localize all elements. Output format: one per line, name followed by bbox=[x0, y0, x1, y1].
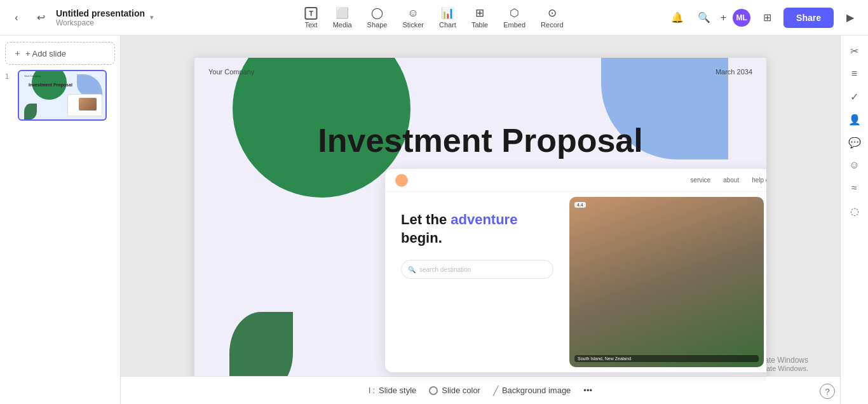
notifications-button[interactable]: 🔔 bbox=[667, 8, 688, 28]
toolbar-chart-label: Chart bbox=[439, 21, 456, 29]
help-button[interactable]: ? bbox=[820, 384, 835, 399]
main-photo-card: 4.4 South Island, New Zealand bbox=[569, 197, 764, 367]
rt-person-button[interactable]: 👤 bbox=[844, 109, 865, 130]
title-block: Untitled presentation Workspace bbox=[56, 8, 145, 27]
toolbar-sticker[interactable]: ☺ Sticker bbox=[396, 3, 430, 32]
add-slide-label: + Add slide bbox=[25, 49, 66, 58]
deco-green-leaf-shape bbox=[229, 312, 293, 382]
back-button[interactable]: ‹ bbox=[8, 9, 25, 27]
slide-date: March 2034 bbox=[715, 68, 752, 76]
thumb-blue-shape bbox=[77, 74, 102, 97]
rt-layers-button[interactable]: ≡ bbox=[844, 64, 865, 84]
browser-avatar bbox=[395, 174, 408, 187]
adventure-prefix: Let the bbox=[401, 212, 451, 227]
play-button[interactable]: ▶ bbox=[840, 8, 860, 28]
slide-number: 1 bbox=[5, 72, 14, 80]
slide-thumbnail[interactable]: Your Company Investment Proposal bbox=[18, 70, 107, 121]
search-button[interactable]: 🔍 bbox=[694, 8, 714, 28]
slide-style-item[interactable]: I : Slide style bbox=[369, 386, 416, 395]
app-title: Untitled presentation bbox=[56, 8, 145, 18]
search-icon: 🔍 bbox=[408, 266, 416, 273]
browser-adventure-text: Let the adventure begin. bbox=[401, 211, 553, 247]
sticker-icon: ☺ bbox=[408, 7, 419, 20]
right-toolbar: ✂ ≡ ✓ 👤 💬 ☺ ≈ ◌ bbox=[840, 36, 868, 404]
plus-icon: + bbox=[721, 12, 726, 24]
media-icon: ⬜ bbox=[336, 6, 349, 20]
rt-check-button[interactable]: ✓ bbox=[844, 86, 865, 107]
toolbar-chart[interactable]: 📊 Chart bbox=[433, 3, 463, 32]
toolbar-text[interactable]: T Text bbox=[298, 3, 323, 32]
chart-icon: 📊 bbox=[441, 6, 454, 20]
bottom-bar: I : Slide style Slide color ╱ Background… bbox=[121, 376, 840, 404]
slide-style-label: Slide style bbox=[379, 386, 416, 395]
toolbar-sticker-label: Sticker bbox=[402, 21, 424, 29]
avatar: ML bbox=[733, 9, 750, 27]
more-options-item[interactable]: ••• bbox=[583, 386, 592, 395]
browser-card: service about help desk Let the adventur… bbox=[385, 169, 766, 372]
header-right: 🔔 🔍 + ML ⊞ Share ▶ bbox=[667, 8, 860, 28]
main-layout: ＋ + Add slide 1 Your Company Investment … bbox=[0, 36, 868, 404]
thumb-mockup bbox=[67, 94, 102, 116]
workspace-label: Workspace bbox=[56, 18, 145, 27]
rt-history-button[interactable]: ◌ bbox=[844, 201, 865, 221]
slide-thumb-inner: Your Company Investment Proposal bbox=[19, 71, 105, 119]
search-placeholder: search destination bbox=[419, 266, 471, 273]
photo-rating-badge: 4.4 bbox=[574, 202, 586, 208]
toolbar-table-label: Table bbox=[471, 21, 488, 29]
thumb-green-leaf bbox=[24, 104, 37, 119]
left-panel: ＋ + Add slide 1 Your Company Investment … bbox=[0, 36, 121, 404]
toolbar-embed-label: Embed bbox=[503, 21, 526, 29]
header-left: ‹ ↩ Untitled presentation Workspace ▾ bbox=[8, 8, 154, 28]
header: ‹ ↩ Untitled presentation Workspace ▾ T … bbox=[0, 0, 868, 36]
photo-label: South Island, New Zealand bbox=[574, 355, 759, 362]
add-slide-button[interactable]: ＋ + Add slide bbox=[5, 42, 115, 65]
slide-canvas[interactable]: Your Company March 2034 Investment Propo… bbox=[194, 58, 766, 382]
thumb-title: Investment Proposal bbox=[29, 83, 72, 87]
slide-style-icon: I : bbox=[369, 386, 375, 395]
toolbar-record[interactable]: ⊙ Record bbox=[534, 3, 569, 32]
rt-comment-button[interactable]: 💬 bbox=[844, 132, 865, 152]
browser-nav-about: about bbox=[723, 177, 739, 184]
browser-nav: service about help desk bbox=[385, 169, 766, 192]
text-icon: T bbox=[305, 7, 318, 20]
background-image-item[interactable]: ╱ Background image bbox=[493, 386, 571, 396]
toolbar-table[interactable]: ⊞ Table bbox=[465, 3, 494, 32]
toolbar-record-label: Record bbox=[541, 21, 563, 29]
background-image-icon: ╱ bbox=[493, 386, 498, 396]
record-icon: ⊙ bbox=[548, 6, 557, 20]
toolbar-text-label: Text bbox=[304, 21, 317, 29]
toolbar-shape-label: Shape bbox=[367, 21, 388, 29]
slide-main-title: Investment Proposal bbox=[194, 121, 766, 159]
browser-nav-helpdesk: help desk bbox=[752, 177, 766, 184]
browser-search-bar[interactable]: 🔍 search destination bbox=[401, 260, 553, 279]
shape-icon: ◯ bbox=[371, 6, 383, 20]
slide-color-dot bbox=[429, 386, 438, 395]
slide-color-item[interactable]: Slide color bbox=[429, 386, 480, 395]
slide-list: 1 Your Company Investment Proposal bbox=[5, 70, 115, 121]
toolbar-media-label: Media bbox=[333, 21, 352, 29]
chevron-down-icon: ▾ bbox=[150, 13, 154, 22]
slide-company: Your Company bbox=[208, 68, 254, 76]
undo-button[interactable]: ↩ bbox=[31, 8, 51, 28]
grid-view-button[interactable]: ⊞ bbox=[757, 8, 777, 28]
toolbar-shape[interactable]: ◯ Shape bbox=[361, 3, 394, 32]
browser-content: Let the adventure begin. 🔍 search destin… bbox=[385, 192, 766, 372]
toolbar: T Text ⬜ Media ◯ Shape ☺ Sticker 📊 Chart… bbox=[298, 3, 569, 32]
rt-scissors-button[interactable]: ✂ bbox=[844, 41, 865, 61]
browser-right: 4.4 South Island, New Zealand bbox=[569, 192, 766, 372]
plus-icon: ＋ bbox=[13, 48, 22, 59]
slide-color-label: Slide color bbox=[442, 386, 480, 395]
browser-left: Let the adventure begin. 🔍 search destin… bbox=[385, 192, 569, 372]
adventure-word: adventure bbox=[451, 212, 517, 227]
toolbar-media[interactable]: ⬜ Media bbox=[327, 3, 358, 32]
rt-emoji-button[interactable]: ☺ bbox=[844, 155, 865, 175]
share-button[interactable]: Share bbox=[783, 8, 834, 28]
browser-nav-service: service bbox=[690, 177, 710, 184]
rt-format-button[interactable]: ≈ bbox=[844, 178, 865, 198]
toolbar-embed[interactable]: ⬡ Embed bbox=[497, 3, 532, 32]
background-image-label: Background image bbox=[502, 386, 571, 395]
table-icon: ⊞ bbox=[475, 6, 484, 20]
list-item: 1 Your Company Investment Proposal bbox=[5, 70, 115, 121]
more-options-icon: ••• bbox=[583, 386, 592, 395]
canvas-area: Your Company March 2034 Investment Propo… bbox=[121, 36, 840, 404]
